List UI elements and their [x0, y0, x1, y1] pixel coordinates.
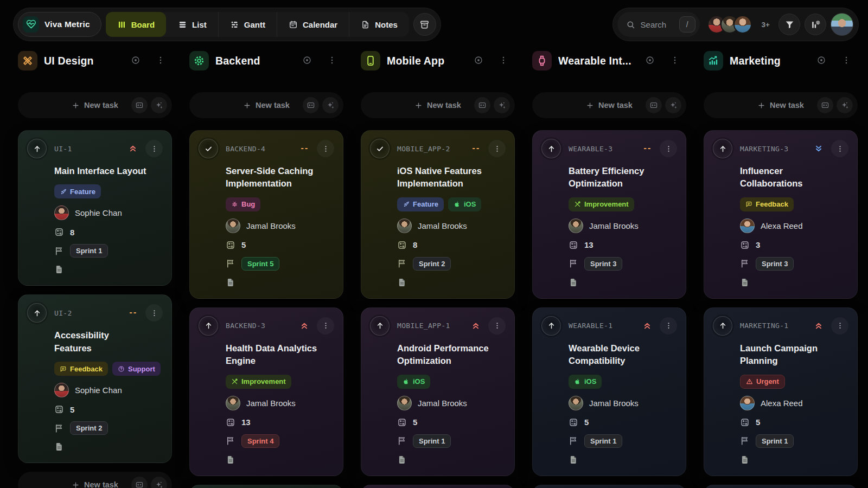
task-card[interactable]: WEARABLE-1Wearable Device Compatibilityi…: [532, 307, 686, 476]
card-menu-button[interactable]: [660, 140, 677, 157]
card-menu-button[interactable]: [488, 140, 506, 157]
sprint-badge[interactable]: Sprint 3: [756, 257, 794, 271]
card-menu-button[interactable]: [831, 140, 848, 157]
card-menu-button[interactable]: [317, 140, 334, 157]
sprint-badge[interactable]: Sprint 1: [756, 434, 794, 448]
column-focus-button[interactable]: [645, 55, 655, 67]
task-card[interactable]: MARKETING-3Influencer CollaborationsFeed…: [704, 130, 858, 299]
assignee-row[interactable]: Jamal Brooks: [569, 396, 639, 410]
card-menu-button[interactable]: [145, 140, 163, 157]
new-task-ai-button[interactable]: [151, 477, 167, 488]
current-user-avatar[interactable]: [831, 13, 853, 36]
task-card-stub[interactable]: [361, 485, 515, 488]
new-task-template-button[interactable]: [646, 97, 662, 113]
sprint-badge[interactable]: Sprint 2: [70, 421, 108, 435]
tag-feature[interactable]: Feature: [54, 184, 101, 198]
new-task-button[interactable]: New task: [18, 92, 172, 118]
filter-button[interactable]: [778, 14, 800, 35]
member-avatar-stack[interactable]: [707, 15, 752, 34]
column-focus-button[interactable]: [474, 55, 483, 67]
column-focus-button[interactable]: [302, 55, 312, 67]
archive-button[interactable]: [413, 13, 436, 36]
sprint-badge[interactable]: Sprint 5: [241, 257, 279, 271]
new-task-ai-button[interactable]: [837, 97, 853, 113]
app-logo-button[interactable]: Viva Metric: [18, 12, 101, 37]
status-button[interactable]: [27, 139, 47, 158]
new-task-button[interactable]: New task: [532, 92, 686, 118]
status-button[interactable]: [27, 303, 47, 323]
task-card[interactable]: WEARABLE-3Battery Efficiency Optimizatio…: [532, 130, 686, 299]
tag-ios[interactable]: iOS: [397, 375, 430, 389]
new-task-button[interactable]: New task: [18, 472, 172, 488]
board-settings-button[interactable]: [805, 14, 826, 35]
new-task-button[interactable]: New task: [361, 92, 515, 118]
tag-improvement[interactable]: Improvement: [569, 197, 634, 211]
assignee-row[interactable]: Alexa Reed: [740, 219, 803, 233]
new-task-template-button[interactable]: [131, 97, 148, 113]
task-card[interactable]: MOBILE_APP-1Android Performance Optimiza…: [361, 307, 515, 476]
column-menu-button[interactable]: [841, 55, 851, 67]
assignee-row[interactable]: Jamal Brooks: [226, 219, 296, 233]
sprint-badge[interactable]: Sprint 1: [70, 244, 108, 258]
new-task-template-button[interactable]: [131, 477, 148, 488]
tag-bug[interactable]: Bug: [226, 197, 260, 211]
card-menu-button[interactable]: [317, 317, 334, 335]
column-focus-button[interactable]: [131, 55, 141, 67]
status-button[interactable]: [370, 316, 390, 336]
card-menu-button[interactable]: [831, 317, 848, 335]
assignee-row[interactable]: Jamal Brooks: [569, 219, 639, 233]
sprint-badge[interactable]: Sprint 2: [413, 257, 451, 271]
task-card[interactable]: MARKETING-1Launch Campaign PlanningUrgen…: [704, 307, 858, 476]
tag-feature[interactable]: Feature: [397, 197, 444, 211]
status-button[interactable]: [541, 139, 561, 158]
status-button[interactable]: [370, 139, 390, 158]
assignee-row[interactable]: Jamal Brooks: [397, 396, 467, 410]
member-avatar[interactable]: [733, 15, 752, 34]
status-button[interactable]: [713, 316, 732, 336]
card-menu-button[interactable]: [488, 317, 506, 335]
status-button[interactable]: [199, 139, 218, 158]
card-menu-button[interactable]: [145, 304, 163, 322]
assignee-row[interactable]: Sophie Chan: [54, 206, 122, 220]
column-menu-button[interactable]: [499, 55, 508, 67]
tab-gantt[interactable]: Gantt: [218, 12, 277, 37]
status-button[interactable]: [199, 316, 218, 336]
task-card[interactable]: UI-2Accessibility FeaturesFeedbackSuppor…: [18, 294, 172, 463]
new-task-template-button[interactable]: [817, 97, 833, 113]
tag-improvement[interactable]: Improvement: [226, 375, 291, 389]
tab-list[interactable]: List: [166, 12, 218, 37]
new-task-template-button[interactable]: [474, 97, 490, 113]
task-card-stub[interactable]: [189, 485, 343, 488]
column-focus-button[interactable]: [816, 55, 826, 67]
column-menu-button[interactable]: [670, 55, 680, 67]
search-input[interactable]: Search /: [617, 12, 700, 37]
sprint-badge[interactable]: Sprint 4: [241, 434, 279, 448]
assignee-row[interactable]: Alexa Reed: [740, 396, 803, 410]
new-task-button[interactable]: New task: [704, 92, 858, 118]
sprint-badge[interactable]: Sprint 1: [413, 434, 451, 448]
new-task-ai-button[interactable]: [322, 97, 339, 113]
task-card[interactable]: MOBILE_APP-2iOS Native Features Implemen…: [361, 130, 515, 299]
task-card[interactable]: UI-1Main Interface LayoutFeatureSophie C…: [18, 130, 172, 286]
column-menu-button[interactable]: [156, 55, 165, 67]
column-menu-button[interactable]: [327, 55, 337, 67]
new-task-button[interactable]: New task: [189, 92, 343, 118]
new-task-ai-button[interactable]: [665, 97, 681, 113]
card-menu-button[interactable]: [660, 317, 677, 335]
sprint-badge[interactable]: Sprint 3: [584, 257, 622, 271]
new-task-ai-button[interactable]: [151, 97, 167, 113]
assignee-row[interactable]: Jamal Brooks: [226, 396, 296, 410]
task-card-stub[interactable]: [532, 485, 686, 488]
tab-calendar[interactable]: Calendar: [277, 12, 349, 37]
task-card[interactable]: BACKEND-4Server-Side Caching Implementat…: [189, 130, 343, 299]
tag-ios[interactable]: iOS: [569, 375, 602, 389]
status-button[interactable]: [541, 316, 561, 336]
tab-notes[interactable]: Notes: [349, 12, 409, 37]
task-card-stub[interactable]: [704, 485, 858, 488]
task-card[interactable]: BACKEND-3Health Data Analytics EngineImp…: [189, 307, 343, 476]
new-task-template-button[interactable]: [303, 97, 319, 113]
status-button[interactable]: [713, 139, 732, 158]
new-task-ai-button[interactable]: [494, 97, 510, 113]
tag-urgent[interactable]: Urgent: [740, 375, 785, 389]
tag-support[interactable]: Support: [112, 362, 161, 376]
